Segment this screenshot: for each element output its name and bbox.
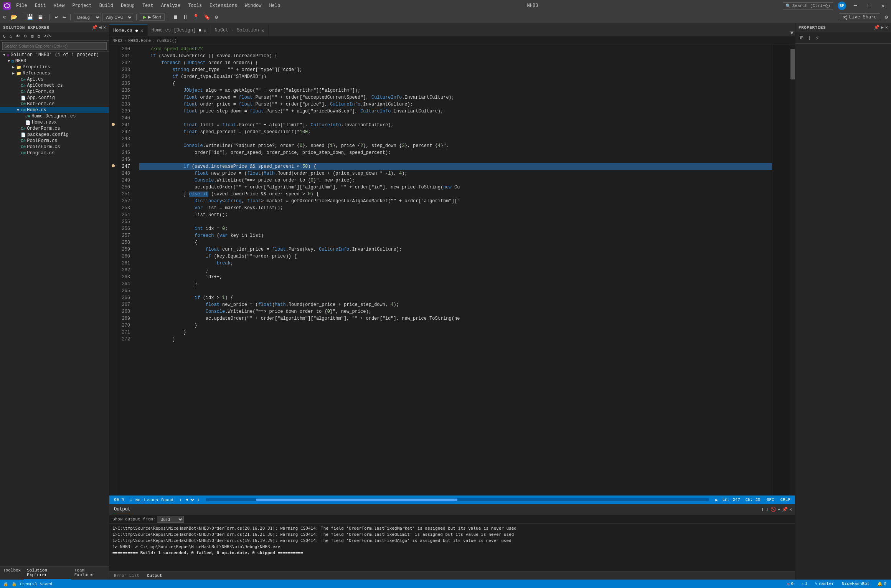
- se-tab-team[interactable]: Team Explorer: [71, 567, 109, 580]
- redo-btn[interactable]: ↪: [61, 13, 67, 21]
- code-line-230[interactable]: //do speed adjust??: [139, 46, 772, 53]
- tree-item-home-cs[interactable]: ▼C#Home.cs: [0, 107, 109, 113]
- tree-item-solution--nhb3---1-of-1-project-[interactable]: ▼◼Solution 'NHB3' (1 of 1 project): [0, 52, 109, 58]
- live-share-button[interactable]: Live Share: [839, 13, 880, 21]
- tree-item-api-cs[interactable]: C#Api.cs: [0, 76, 109, 83]
- tree-item-home-designer-cs[interactable]: C#Home.Designer.cs: [0, 113, 109, 119]
- se-arrow-icon[interactable]: ◀: [99, 25, 102, 30]
- code-line-248[interactable]: float new_price = (float)Math.Round(orde…: [139, 170, 772, 177]
- code-line-269[interactable]: ac.updateOrder("" + order["algorithm"]["…: [139, 315, 772, 322]
- code-line-246[interactable]: [139, 156, 772, 163]
- minimize-button[interactable]: ─: [851, 2, 860, 10]
- props-event-btn[interactable]: ⚡: [814, 34, 820, 42]
- horizontal-scrollbar-track[interactable]: [206, 498, 709, 501]
- props-category-btn[interactable]: ⊞: [799, 34, 805, 42]
- output-clear-btn[interactable]: 🚫: [771, 507, 776, 512]
- toolbar-btn-6[interactable]: ⏹: [171, 13, 180, 21]
- code-line-258[interactable]: {: [139, 239, 772, 246]
- se-code-btn[interactable]: </>: [42, 33, 53, 40]
- notifications-btn[interactable]: 🔔 0: [876, 581, 888, 586]
- line-ending[interactable]: CRLF: [779, 497, 792, 502]
- code-line-260[interactable]: if (key.Equals(""+order_price)) {: [139, 253, 772, 260]
- save-all-btn[interactable]: 💾+: [36, 14, 46, 20]
- output-source-dropdown[interactable]: Build Debug General: [157, 516, 184, 523]
- error-list-tab[interactable]: Error List: [112, 573, 141, 579]
- nav-down-btn[interactable]: ⬇: [197, 497, 200, 502]
- code-line-244[interactable]: Console.WriteLine("?adjust price?; order…: [139, 142, 772, 149]
- se-sync-btn[interactable]: ↻: [2, 33, 7, 40]
- props-pin-icon[interactable]: 📌: [874, 25, 879, 30]
- code-line-264[interactable]: }: [139, 281, 772, 287]
- code-line-238[interactable]: float order_price = float.Parse("" + ord…: [139, 101, 772, 108]
- se-home-btn[interactable]: ⌂: [8, 33, 14, 40]
- toolbar-btn-9[interactable]: 🔖: [202, 13, 212, 21]
- code-line-243[interactable]: [139, 135, 772, 142]
- output-close-btn[interactable]: ✕: [789, 507, 792, 512]
- code-line-270[interactable]: }: [139, 322, 772, 329]
- code-line-256[interactable]: int idx = 0;: [139, 225, 772, 232]
- platform-dropdown[interactable]: Any CPU: [102, 13, 133, 21]
- menu-tools[interactable]: Tools: [186, 2, 204, 9]
- menu-view[interactable]: View: [51, 2, 67, 9]
- code-line-236[interactable]: JObject algo = ac.getAlgo("" + order["al…: [139, 87, 772, 94]
- tree-item-apiconnect-cs[interactable]: C#ApiConnect.cs: [0, 83, 109, 89]
- output-tab-bottom[interactable]: Output: [145, 573, 164, 579]
- menu-help[interactable]: Help: [267, 2, 282, 9]
- output-scroll-up-btn[interactable]: ⬆: [761, 506, 764, 513]
- menu-extensions[interactable]: Extensions: [207, 2, 239, 9]
- save-btn[interactable]: 💾: [25, 13, 35, 21]
- code-line-241[interactable]: float limit = float.Parse("" + algo["lim…: [139, 122, 772, 129]
- code-line-231[interactable]: if (saved.lowerPrice || saved.increasePr…: [139, 53, 772, 59]
- se-close-icon[interactable]: ✕: [103, 25, 106, 30]
- props-arrow-icon[interactable]: ▶: [881, 25, 884, 30]
- tree-item-home-resx[interactable]: 📄Home.resx: [0, 119, 109, 126]
- open-btn[interactable]: 📂: [9, 13, 19, 21]
- line-col-info[interactable]: Ln: 247 Ch: 25: [721, 497, 762, 502]
- code-line-233[interactable]: string order_type = "" + order["type"]["…: [139, 66, 772, 73]
- code-line-245[interactable]: order["id"], order_speed, order_price, p…: [139, 149, 772, 156]
- menu-debug[interactable]: Debug: [119, 2, 137, 9]
- output-scroll-down-btn[interactable]: ⬇: [766, 506, 769, 513]
- tree-item-app-config[interactable]: 📄App.config: [0, 95, 109, 101]
- props-close-icon[interactable]: ✕: [885, 25, 888, 30]
- scrollbar-thumb[interactable]: [790, 49, 795, 79]
- output-pin-btn[interactable]: 📌: [782, 507, 788, 512]
- tree-item-poolform-cs[interactable]: C#PoolForm.cs: [0, 138, 109, 144]
- tab-list-btn[interactable]: ▼: [790, 30, 794, 36]
- tab-home-cs[interactable]: Home.cs ✕: [109, 25, 148, 36]
- settings-icon-btn[interactable]: ⚙: [883, 13, 889, 21]
- code-line-240[interactable]: [139, 115, 772, 122]
- close-button[interactable]: ✕: [879, 2, 888, 10]
- menu-build[interactable]: Build: [97, 2, 116, 9]
- nav-up-btn[interactable]: ⬆: [180, 497, 182, 502]
- nav-dropdown[interactable]: ▼: [183, 497, 195, 502]
- code-line-263[interactable]: idx++;: [139, 274, 772, 281]
- tab-home-designer-close[interactable]: ✕: [203, 27, 206, 34]
- code-line-251[interactable]: } else if (saved.lowerPrice && order_spe…: [139, 191, 772, 198]
- code-line-252[interactable]: Dictionary<string, float> market = getOr…: [139, 198, 772, 205]
- code-line-259[interactable]: float curr_tier_price = float.Parse(key,…: [139, 246, 772, 253]
- error-count[interactable]: ⊗ 0: [786, 581, 795, 586]
- tree-item-packages-config[interactable]: 📄packages.config: [0, 132, 109, 138]
- code-line-266[interactable]: if (idx > 1) {: [139, 294, 772, 301]
- undo-btn[interactable]: ↩: [53, 13, 59, 21]
- start-button[interactable]: ▶ ▶ Start: [140, 13, 164, 21]
- scroll-right-btn[interactable]: ▶: [715, 497, 718, 502]
- menu-project[interactable]: Project: [70, 2, 94, 9]
- code-line-268[interactable]: Console.WriteLine("==> price down order …: [139, 308, 772, 315]
- tree-item-nhb3[interactable]: ▼⊞NHB3: [0, 58, 109, 64]
- se-collapse-btn[interactable]: ⊟: [30, 33, 35, 40]
- code-line-234[interactable]: if (order_type.Equals("STANDARD")): [139, 73, 772, 80]
- code-line-232[interactable]: foreach (JObject order in orders) {: [139, 59, 772, 66]
- tab-nuget[interactable]: NuGet - Solution ✕: [211, 25, 269, 36]
- username-label[interactable]: NiceHashBot: [840, 581, 871, 586]
- se-tab-solution[interactable]: Solution Explorer: [24, 567, 71, 580]
- code-line-239[interactable]: float price_step_down = float.Parse("" +…: [139, 108, 772, 115]
- se-pin-icon[interactable]: 📌: [92, 25, 97, 30]
- toolbar-btn-7[interactable]: ⏸: [181, 13, 190, 21]
- tree-item-properties[interactable]: ▶📁Properties: [0, 64, 109, 70]
- menu-file[interactable]: File: [14, 2, 30, 9]
- code-line-250[interactable]: ac.updateOrder("" + order["algorithm"]["…: [139, 184, 772, 191]
- tree-item-program-cs[interactable]: C#Program.cs: [0, 150, 109, 156]
- se-props-btn[interactable]: ◻: [36, 33, 42, 40]
